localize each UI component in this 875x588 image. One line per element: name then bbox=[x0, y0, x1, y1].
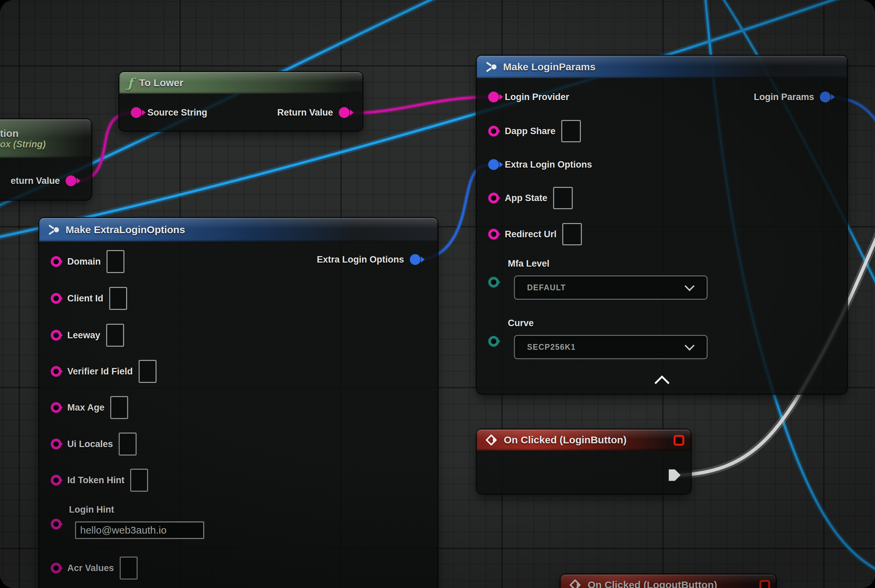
app-state-value-field[interactable] bbox=[553, 187, 573, 209]
input-pin-dapp-share[interactable] bbox=[488, 126, 499, 136]
node-title: Make ExtraLoginOptions bbox=[66, 224, 185, 236]
node-title-fragment: tion bbox=[0, 128, 19, 139]
leeway-value-field[interactable] bbox=[106, 324, 124, 347]
ui-locales-value-field[interactable] bbox=[119, 432, 137, 456]
node-title: To Lower bbox=[139, 77, 183, 88]
node-title: On Clicked (LogoutButton) bbox=[588, 579, 717, 588]
pin-label: Verifier Id Field bbox=[67, 366, 133, 377]
input-pin-id-token-hint[interactable] bbox=[51, 475, 62, 486]
input-pin-app-state[interactable] bbox=[488, 193, 499, 203]
chevron-down-icon bbox=[685, 281, 695, 291]
pin-label: Extra Login Options bbox=[505, 159, 592, 170]
curve-label: Curve bbox=[508, 318, 534, 328]
node-title: Make LoginParams bbox=[503, 61, 595, 73]
node-title: On Clicked (LoginButton) bbox=[504, 434, 627, 446]
output-pin-return-value[interactable] bbox=[339, 107, 350, 118]
bound-event-icon[interactable] bbox=[674, 435, 684, 446]
input-pin-redirect-url[interactable] bbox=[488, 229, 499, 240]
output-pin-login-params[interactable] bbox=[820, 92, 831, 102]
pin-label: Max Age bbox=[67, 402, 104, 413]
make-struct-icon bbox=[485, 61, 497, 73]
redirect-url-value-field[interactable] bbox=[562, 223, 582, 245]
output-pin-extra-login-options[interactable] bbox=[410, 254, 421, 265]
node-onclicked-loginbutton[interactable]: On Clicked (LoginButton) bbox=[477, 429, 691, 494]
curve-value: SECP256K1 bbox=[527, 343, 576, 352]
pin-label: eturn Value bbox=[11, 176, 60, 186]
mfa-level-label: Mfa Level bbox=[508, 258, 549, 269]
blueprint-editor: tion ox (String) eturn Value ƒ To Lower … bbox=[0, 0, 875, 588]
output-pin-return-value[interactable] bbox=[66, 176, 77, 186]
acr-values-value-field[interactable] bbox=[120, 556, 138, 579]
collapse-node-chevron-icon[interactable] bbox=[654, 375, 669, 390]
pin-label: Client Id bbox=[67, 293, 104, 304]
node-header[interactable]: Make LoginParams bbox=[477, 56, 847, 78]
function-icon: ƒ bbox=[128, 75, 133, 91]
input-pin-login-provider[interactable] bbox=[488, 92, 499, 102]
pin-label: Dapp Share bbox=[505, 126, 555, 136]
pin-label: Ui Locales bbox=[67, 439, 113, 450]
mfa-level-value: DEFAULT bbox=[527, 283, 566, 292]
node-header[interactable]: On Clicked (LoginButton) bbox=[477, 429, 691, 450]
pin-label: Source String bbox=[147, 108, 207, 118]
input-pin-extra-login-options[interactable] bbox=[488, 159, 499, 170]
input-pin-client-id[interactable] bbox=[51, 293, 62, 304]
input-pin-mfa-level[interactable] bbox=[488, 277, 499, 288]
chevron-down-icon bbox=[685, 340, 695, 351]
domain-value-field[interactable] bbox=[107, 250, 125, 273]
login-hint-input[interactable] bbox=[75, 521, 204, 539]
dapp-share-value-field[interactable] bbox=[561, 120, 581, 142]
wire-tolower-to-loginprovider[interactable] bbox=[346, 97, 490, 113]
node-onclicked-logoutbutton[interactable]: On Clicked (LogoutButton) bbox=[561, 574, 776, 588]
input-pin-acr-values[interactable] bbox=[51, 562, 62, 573]
pin-label: Id Token Hint bbox=[67, 475, 125, 486]
node-make-loginparams[interactable]: Make LoginParams Login Provider Login Pa… bbox=[477, 56, 847, 394]
id-token-hint-value-field[interactable] bbox=[130, 469, 148, 492]
input-pin-domain[interactable] bbox=[51, 256, 62, 267]
mfa-level-dropdown[interactable]: DEFAULT bbox=[514, 275, 708, 300]
event-icon bbox=[569, 579, 582, 588]
pin-label: App State bbox=[505, 193, 547, 203]
exec-output-pin[interactable] bbox=[668, 469, 682, 483]
max-age-value-field[interactable] bbox=[110, 396, 128, 419]
input-pin-max-age[interactable] bbox=[51, 402, 62, 413]
input-pin-leeway[interactable] bbox=[51, 330, 62, 340]
login-hint-label: Login Hint bbox=[69, 504, 114, 515]
make-struct-icon bbox=[47, 224, 60, 236]
node-header[interactable]: Make ExtraLoginOptions bbox=[39, 218, 438, 242]
node-to-lower[interactable]: ƒ To Lower Source String Return Value bbox=[119, 72, 362, 131]
node-partial-function[interactable]: tion ox (String) eturn Value bbox=[0, 119, 91, 200]
input-pin-ui-locales[interactable] bbox=[51, 439, 62, 450]
pin-label: Return Value bbox=[277, 108, 333, 118]
node-header[interactable]: On Clicked (LogoutButton) bbox=[561, 574, 776, 588]
bound-event-icon[interactable] bbox=[759, 580, 770, 588]
pin-label: Extra Login Options bbox=[317, 255, 404, 265]
graph-canvas[interactable]: tion ox (String) eturn Value ƒ To Lower … bbox=[0, 0, 875, 588]
node-make-extraloginoptions[interactable]: Make ExtraLoginOptions Domain Client Id … bbox=[39, 218, 438, 588]
pin-label: Leeway bbox=[67, 330, 101, 340]
input-pin-verifier-id-field[interactable] bbox=[51, 366, 62, 377]
client-id-value-field[interactable] bbox=[109, 287, 127, 310]
input-pin-login-hint[interactable] bbox=[51, 519, 62, 530]
event-icon bbox=[485, 434, 498, 446]
pin-label: Login Params bbox=[754, 92, 814, 102]
pin-label: Redirect Url bbox=[505, 229, 556, 240]
pin-label: Acr Values bbox=[67, 563, 114, 573]
curve-dropdown[interactable]: SECP256K1 bbox=[514, 335, 708, 359]
pin-label: Domain bbox=[67, 256, 101, 267]
pin-label: Login Provider bbox=[505, 92, 569, 102]
input-pin-source-string[interactable] bbox=[131, 107, 142, 118]
node-header[interactable]: ƒ To Lower bbox=[119, 72, 362, 94]
node-subtitle-fragment: ox (String) bbox=[0, 139, 46, 150]
input-pin-curve[interactable] bbox=[488, 336, 499, 347]
node-header[interactable]: tion ox (String) bbox=[0, 119, 91, 158]
verifier-id-value-field[interactable] bbox=[138, 360, 156, 383]
